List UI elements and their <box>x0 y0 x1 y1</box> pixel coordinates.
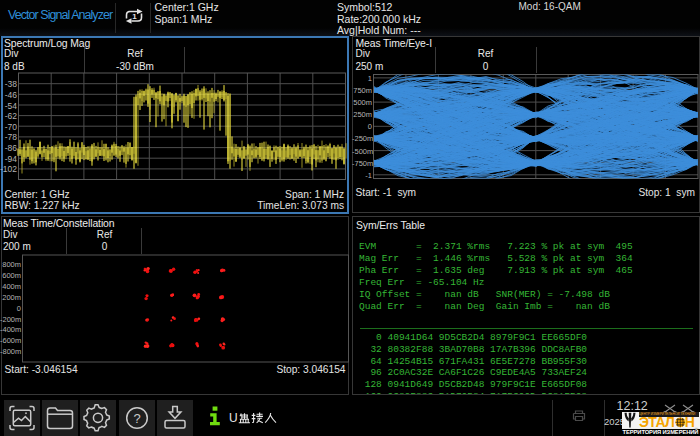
svg-text:?: ? <box>133 410 140 425</box>
